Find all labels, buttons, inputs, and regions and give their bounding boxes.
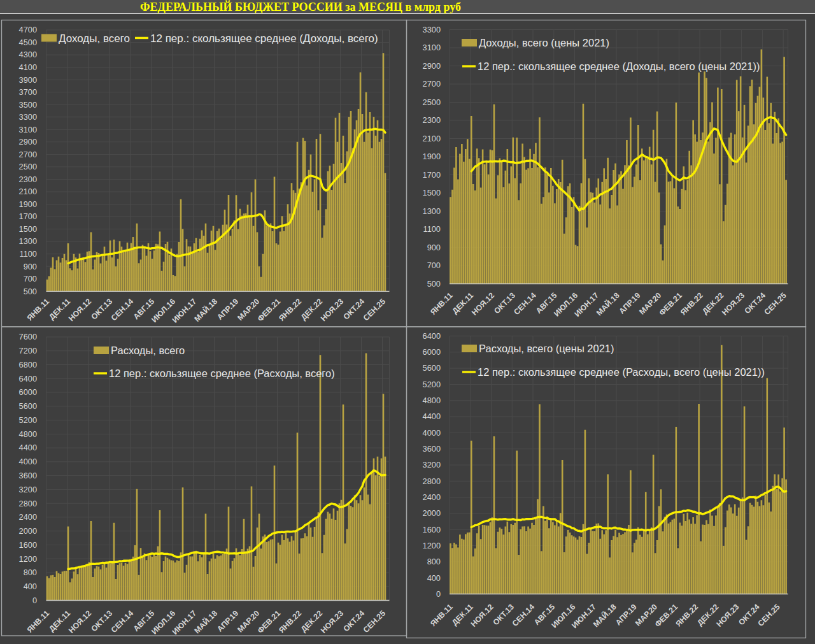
svg-text:5200: 5200 xyxy=(423,380,441,389)
svg-text:4800: 4800 xyxy=(423,396,441,405)
svg-text:400: 400 xyxy=(427,573,441,583)
svg-text:800: 800 xyxy=(427,557,441,566)
svg-text:2000: 2000 xyxy=(423,508,441,518)
svg-text:СЕН.25: СЕН.25 xyxy=(756,603,781,628)
svg-text:1200: 1200 xyxy=(423,541,441,550)
svg-text:0: 0 xyxy=(436,589,441,599)
svg-text:СЕН.14: СЕН.14 xyxy=(511,603,536,628)
svg-text:3200: 3200 xyxy=(423,460,441,469)
svg-text:6000: 6000 xyxy=(423,347,441,357)
svg-text:ФЕВ.21: ФЕВ.21 xyxy=(653,603,680,629)
svg-text:2400: 2400 xyxy=(423,492,441,502)
svg-text:5600: 5600 xyxy=(423,363,441,373)
svg-text:4400: 4400 xyxy=(423,411,441,421)
svg-text:3600: 3600 xyxy=(423,444,441,454)
svg-text:12 пер.: скользящее среднее (Р: 12 пер.: скользящее среднее (Расходы, вс… xyxy=(478,366,765,378)
svg-text:6400: 6400 xyxy=(423,331,441,341)
svg-text:ЯНВ.11: ЯНВ.11 xyxy=(429,603,454,628)
svg-text:МАЙ.18: МАЙ.18 xyxy=(591,602,618,629)
svg-text:Расходы, всего (цены 2021): Расходы, всего (цены 2021) xyxy=(479,343,614,354)
svg-text:НОЯ.23: НОЯ.23 xyxy=(714,603,741,629)
svg-text:4000: 4000 xyxy=(423,428,441,438)
svg-text:НОЯ.12: НОЯ.12 xyxy=(469,603,495,629)
svg-text:1600: 1600 xyxy=(423,525,441,534)
svg-text:ЯНВ.22: ЯНВ.22 xyxy=(674,603,700,629)
svg-text:2800: 2800 xyxy=(423,476,441,486)
